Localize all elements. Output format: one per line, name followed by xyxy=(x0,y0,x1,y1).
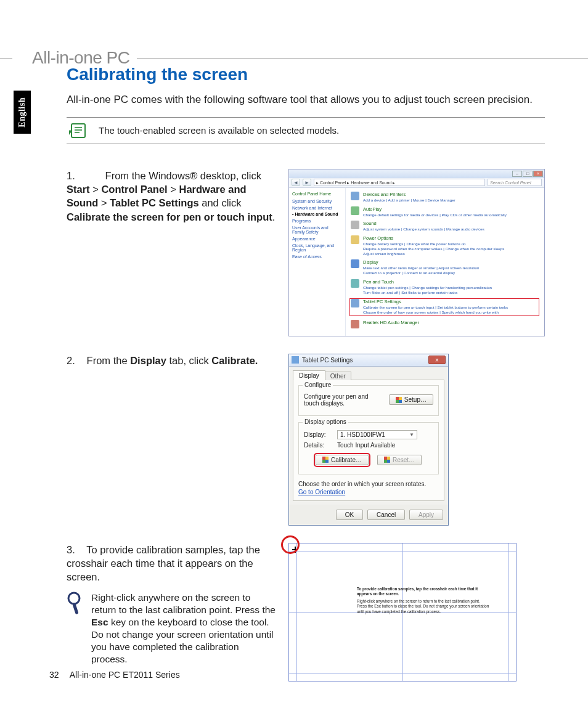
pen-touch-icon xyxy=(351,279,359,288)
shield-icon xyxy=(322,457,329,463)
tablet-pc-icon xyxy=(351,299,359,307)
cancel-button[interactable]: Cancel xyxy=(367,510,405,520)
calibrate-button[interactable]: Calibrate… xyxy=(316,455,369,465)
note-icon xyxy=(67,121,92,140)
dialog-footer: OK Cancel Apply xyxy=(289,505,448,525)
realtek-icon xyxy=(351,320,359,328)
display-select[interactable]: 1. HSD100IFW1▼ xyxy=(337,430,417,439)
language-tab: English xyxy=(14,91,31,134)
dialog-title: Tablet PC Settings xyxy=(302,357,428,364)
control-panel-window: – □ × ◄ ► ▸ Control Panel ▸ Hardware and… xyxy=(288,169,545,336)
svg-rect-0 xyxy=(71,124,85,137)
sidebar-item[interactable]: Appearance xyxy=(292,237,342,242)
power-icon xyxy=(351,235,359,244)
svg-rect-5 xyxy=(72,603,78,614)
shield-icon xyxy=(384,457,390,463)
minimize-button[interactable]: – xyxy=(512,171,522,177)
highlight-circle xyxy=(281,535,300,554)
sidebar-item[interactable]: Clock, Language, and Region xyxy=(292,243,342,253)
intro-paragraph: All-in-one PC comes with the following s… xyxy=(67,93,545,107)
forward-button[interactable]: ► xyxy=(303,179,311,186)
language-label: English xyxy=(17,97,27,128)
step-number: 3. xyxy=(67,543,84,556)
sidebar: Control Panel Home System and Security N… xyxy=(289,188,346,336)
apply-button[interactable]: Apply xyxy=(409,510,443,520)
display-icon xyxy=(351,259,359,268)
step-1: 1. From the Windows® desktop, click Star… xyxy=(67,169,545,336)
ok-button[interactable]: OK xyxy=(336,510,363,520)
tab-other[interactable]: Other xyxy=(325,372,351,380)
sidebar-item[interactable]: User Accounts and Family Safety xyxy=(292,226,342,235)
section-title: Calibrating the screen xyxy=(67,65,545,84)
step-3-text: To provide calibration samples, tap the … xyxy=(67,544,260,583)
dialog-icon xyxy=(292,356,299,364)
sound-icon xyxy=(351,221,359,229)
reset-button[interactable]: Reset… xyxy=(377,455,422,465)
orientation-link[interactable]: Go to Orientation xyxy=(298,489,439,495)
note-text: The touch-enabled screen is available on… xyxy=(92,121,339,139)
devices-icon xyxy=(351,192,359,200)
main-panel: Devices and PrintersAdd a device | Add a… xyxy=(346,188,544,336)
series-label: All-in-one PC ET2011 Series xyxy=(70,670,180,680)
titlebar: – □ × xyxy=(289,169,544,178)
tablet-pc-settings-highlight: Tablet PC SettingsCalibrate the screen f… xyxy=(349,298,539,316)
sidebar-item-current[interactable]: Hardware and Sound xyxy=(292,212,342,217)
svg-point-4 xyxy=(68,593,80,604)
sidebar-item[interactable]: Network and Internet xyxy=(292,206,342,211)
sidebar-item[interactable]: System and Security xyxy=(292,199,342,204)
tab-display[interactable]: Display xyxy=(293,370,325,380)
maximize-button[interactable]: □ xyxy=(523,171,533,177)
step-3: 3. To provide calibration samples, tap t… xyxy=(67,543,545,682)
step-number: 1. xyxy=(67,169,84,182)
page-footer: 32 All-in-one PC ET2011 Series xyxy=(49,670,180,680)
search-input[interactable]: Search Control Panel xyxy=(488,179,542,186)
magnifier-icon xyxy=(67,592,85,619)
close-button[interactable]: × xyxy=(428,356,446,364)
group-display-options: Display options Display: 1. HSD100IFW1▼ … xyxy=(298,422,439,474)
shield-icon xyxy=(396,397,402,403)
back-button[interactable]: ◄ xyxy=(292,179,300,186)
nav-bar: ◄ ► ▸ Control Panel ▸ Hardware and Sound… xyxy=(289,178,544,188)
sidebar-heading: Control Panel Home xyxy=(292,192,342,196)
dialog-titlebar: Tablet PC Settings × xyxy=(289,354,448,367)
close-button[interactable]: × xyxy=(533,171,543,177)
calibration-screen: To provide calibration samples, tap the … xyxy=(288,543,517,682)
breadcrumb[interactable]: ▸ Control Panel ▸ Hardware and Sound ▸ xyxy=(314,179,485,186)
page-number: 32 xyxy=(49,670,59,680)
step-2: 2. From the Display tab, click Calibrate… xyxy=(67,354,545,526)
autoplay-icon xyxy=(351,206,359,215)
group-configure: Configure Configure your pen and touch d… xyxy=(298,385,439,416)
sidebar-item[interactable]: Programs xyxy=(292,219,342,224)
step-number: 2. xyxy=(67,354,84,367)
tablet-pc-settings-dialog: Tablet PC Settings × DisplayOther Config… xyxy=(288,354,449,526)
sidebar-item[interactable]: Ease of Access xyxy=(292,254,342,259)
setup-button[interactable]: Setup… xyxy=(389,394,433,405)
note-box: The touch-enabled screen is available on… xyxy=(67,117,545,144)
tip-box: Right-click anywhere on the screen to re… xyxy=(67,592,276,666)
